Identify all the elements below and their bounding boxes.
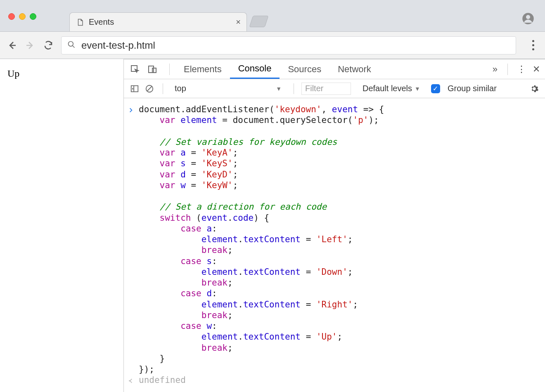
forward-button[interactable] (25, 40, 36, 51)
toolbar: event-test-p.html (0, 31, 545, 59)
tab-title: Events (89, 17, 236, 27)
tab-elements[interactable]: Elements (175, 59, 230, 79)
group-similar-label: Group similar (448, 84, 497, 93)
context-selector[interactable]: top ▼ (171, 82, 286, 95)
reload-button[interactable] (43, 40, 54, 51)
prompt-icon (128, 104, 139, 375)
console-toolbar: top ▼ Filter Default levels ▼ ✓ Group si… (124, 79, 545, 98)
tab-network[interactable]: Network (329, 59, 379, 79)
window-close-button[interactable] (8, 13, 15, 20)
viewport: Up Elements Console Sources Network » ⋮ … (0, 59, 545, 392)
device-toolbar-icon[interactable] (146, 63, 159, 76)
console-output: document.addEventListener('keydown', eve… (124, 98, 545, 392)
tab-sources[interactable]: Sources (280, 59, 329, 79)
svg-point-1 (526, 15, 530, 19)
group-similar-checkbox[interactable]: ✓ (431, 84, 440, 93)
console-code: document.addEventListener('keydown', eve… (139, 104, 384, 375)
page-paragraph: Up (7, 68, 116, 79)
svg-point-2 (69, 41, 73, 46)
devtools-menu-icon[interactable]: ⋮ (517, 64, 526, 75)
console-sidebar-toggle-icon[interactable] (129, 83, 140, 94)
search-icon (67, 40, 76, 51)
clear-console-icon[interactable] (144, 83, 155, 94)
separator (294, 83, 294, 94)
inspect-element-icon[interactable] (129, 63, 141, 76)
devtools-close-button[interactable]: ✕ (533, 64, 540, 75)
url-text: event-test-p.html (81, 40, 155, 51)
separator (169, 64, 170, 75)
devtools-tabstrip: Elements Console Sources Network » ⋮ ✕ (124, 59, 545, 79)
console-input-row[interactable]: document.addEventListener('keydown', eve… (124, 104, 545, 375)
tab-close-button[interactable]: × (236, 17, 241, 27)
tab-console[interactable]: Console (230, 59, 280, 79)
result-icon (128, 375, 139, 386)
console-result: undefined (139, 375, 186, 386)
chevron-down-icon: ▼ (415, 85, 420, 92)
address-bar[interactable]: event-test-p.html (61, 36, 516, 54)
svg-rect-5 (152, 68, 156, 73)
browser-chrome: Events × event-test-p.html (0, 0, 545, 59)
file-icon (76, 18, 84, 27)
separator (163, 83, 163, 94)
filter-input[interactable]: Filter (301, 83, 351, 95)
browser-menu-button[interactable] (528, 40, 538, 50)
back-button[interactable] (7, 40, 17, 51)
console-result-row: undefined (124, 375, 545, 386)
window-maximize-button[interactable] (30, 13, 36, 20)
window-minimize-button[interactable] (19, 13, 26, 20)
log-levels-selector[interactable]: Default levels ▼ (363, 84, 420, 93)
levels-label: Default levels (363, 84, 412, 93)
new-tab-button[interactable] (249, 16, 268, 27)
svg-rect-4 (149, 66, 154, 73)
svg-rect-6 (131, 85, 138, 92)
browser-tab[interactable]: Events × (69, 12, 247, 31)
tabs-overflow-icon[interactable]: » (488, 64, 502, 75)
profile-icon[interactable] (522, 12, 534, 26)
console-settings-icon[interactable] (528, 83, 540, 94)
filter-placeholder: Filter (305, 84, 323, 93)
chevron-down-icon: ▼ (276, 85, 282, 92)
separator (507, 64, 508, 75)
tab-strip: Events × (0, 0, 545, 31)
window-controls (8, 13, 36, 20)
context-value: top (175, 84, 186, 93)
svg-point-8 (129, 381, 130, 381)
page-content: Up (0, 59, 124, 392)
devtools-panel: Elements Console Sources Network » ⋮ ✕ t… (124, 59, 545, 392)
